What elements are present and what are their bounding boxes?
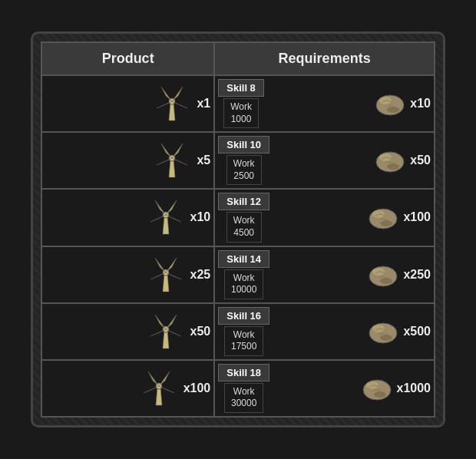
windmill-icon-1: [147, 137, 193, 183]
product-inner-2: x10: [45, 194, 210, 240]
svg-marker-0: [169, 102, 175, 121]
req-inner-0: Skill 8 Work1000 x10: [218, 79, 431, 128]
product-qty-0: x1: [197, 97, 210, 111]
table-row: x50 Skill 16 Work17500: [41, 303, 435, 360]
req-inner-5: Skill 18 Work30000 x1000: [218, 364, 431, 413]
req-inner-1: Skill 10 Work2500 x50: [218, 136, 431, 185]
resource-inner-2: x100: [365, 199, 431, 236]
table-row: x1 Skill 8 Work1000: [41, 75, 435, 132]
svg-marker-52: [163, 330, 169, 348]
resource-qty-2: x100: [403, 210, 431, 224]
stone-icon-5: [359, 370, 395, 407]
work-label-5: Work30000: [224, 383, 263, 413]
svg-line-8: [157, 101, 172, 108]
table-row: x10 Skill 12 Work4500: [41, 189, 435, 246]
req-cell-3: Skill 14 Work10000 x250: [214, 246, 435, 303]
svg-line-35: [166, 215, 181, 222]
svg-line-6: [161, 87, 172, 101]
table-row: x25 Skill 14 Work10000: [41, 246, 435, 303]
svg-line-33: [166, 200, 177, 215]
req-text-block-3: Skill 14 Work10000: [218, 250, 269, 299]
resource-inner-0: x10: [372, 85, 431, 122]
svg-point-25: [387, 163, 399, 170]
stone-icon-2: [365, 199, 402, 236]
resource-qty-4: x500: [403, 325, 431, 338]
work-label-0: Work1000: [223, 98, 259, 128]
req-text-block-5: Skill 18 Work30000: [218, 364, 269, 413]
req-text-block-4: Skill 16 Work17500: [218, 307, 269, 356]
svg-line-21: [157, 158, 172, 165]
svg-line-32: [155, 200, 166, 215]
req-cell-1: Skill 10 Work2500 x50: [214, 132, 435, 189]
windmill-icon-0: [147, 81, 193, 127]
table-header: Product Requirements: [41, 42, 435, 75]
resource-qty-5: x1000: [397, 381, 431, 395]
product-cell-0: x1: [41, 75, 214, 132]
svg-line-74: [159, 386, 174, 393]
svg-line-47: [150, 272, 166, 279]
svg-marker-65: [156, 387, 162, 405]
svg-marker-26: [163, 216, 169, 234]
resource-qty-3: x250: [403, 268, 431, 282]
svg-point-64: [380, 335, 392, 341]
skill-label-5: Skill 18: [218, 364, 269, 381]
svg-point-38: [380, 220, 392, 226]
stone-icon-0: [372, 85, 408, 122]
svg-line-19: [161, 144, 172, 158]
svg-line-20: [172, 144, 183, 158]
skill-label-3: Skill 14: [218, 250, 269, 268]
work-label-2: Work4500: [226, 212, 262, 242]
svg-line-46: [166, 258, 177, 272]
svg-line-9: [172, 101, 187, 108]
stone-icon-1: [372, 142, 408, 179]
product-inner-5: x100: [45, 365, 210, 411]
req-cell-5: Skill 18 Work30000 x1000: [214, 360, 435, 417]
windmill-icon-5: [134, 365, 180, 411]
req-text-block-2: Skill 12 Work4500: [218, 193, 269, 242]
product-qty-5: x100: [183, 381, 211, 395]
svg-line-73: [144, 386, 159, 393]
skill-label-0: Skill 8: [218, 79, 264, 97]
work-label-4: Work17500: [224, 326, 263, 356]
svg-point-77: [374, 391, 386, 398]
requirements-header: Requirements: [214, 42, 435, 75]
resource-inner-4: x500: [365, 313, 431, 350]
req-cell-2: Skill 12 Work4500 x100: [214, 189, 435, 246]
stone-icon-4: [365, 313, 402, 350]
windmill-icon-2: [141, 194, 187, 240]
work-label-1: Work2500: [226, 155, 262, 185]
svg-marker-39: [163, 273, 169, 292]
svg-line-61: [166, 329, 181, 336]
resource-qty-0: x10: [410, 97, 431, 111]
stone-icon-3: [365, 256, 402, 293]
product-qty-2: x10: [190, 210, 211, 224]
svg-line-45: [155, 258, 166, 272]
svg-point-12: [387, 107, 399, 113]
crafting-table: Product Requirements: [41, 41, 435, 418]
product-inner-3: x25: [45, 252, 210, 298]
req-cell-4: Skill 16 Work17500 x500: [214, 303, 435, 360]
skill-label-4: Skill 16: [218, 307, 269, 325]
product-cell-2: x10: [41, 189, 214, 246]
product-inner-0: x1: [45, 81, 210, 127]
resource-inner-5: x1000: [359, 370, 431, 407]
product-cell-1: x5: [41, 132, 214, 189]
req-inner-4: Skill 16 Work17500 x500: [218, 307, 431, 356]
crafting-panel: Product Requirements: [31, 31, 445, 428]
svg-marker-13: [169, 159, 175, 177]
table-row: x5 Skill 10 Work2500: [41, 132, 435, 189]
svg-line-58: [155, 315, 166, 329]
resource-qty-1: x50: [410, 154, 431, 167]
resource-inner-1: x50: [372, 142, 431, 179]
req-text-block-0: Skill 8 Work1000: [218, 79, 264, 128]
table-row: x100 Skill 18 Work30000: [41, 360, 435, 417]
work-label-3: Work10000: [224, 269, 263, 299]
windmill-icon-4: [141, 309, 187, 355]
product-qty-1: x5: [197, 154, 210, 167]
windmill-icon-3: [141, 252, 187, 298]
product-cell-5: x100: [41, 360, 214, 417]
req-text-block-1: Skill 10 Work2500: [218, 136, 269, 185]
svg-point-51: [380, 278, 392, 284]
product-cell-3: x25: [41, 246, 214, 303]
req-cell-0: Skill 8 Work1000 x10: [214, 75, 435, 132]
